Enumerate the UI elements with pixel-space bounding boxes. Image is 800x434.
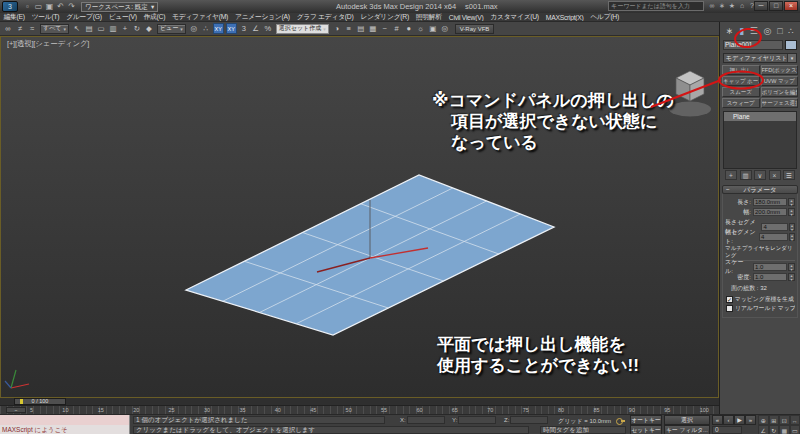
parameters-rollout-header[interactable]: − パラメータ bbox=[722, 185, 798, 194]
select-and-link-icon[interactable]: ∞ bbox=[2, 23, 14, 35]
real-world-map-size-checkbox[interactable]: リアルワールド マップ サイズ bbox=[725, 304, 795, 313]
material-editor-icon[interactable]: ● bbox=[403, 23, 415, 35]
pin-stack-icon[interactable]: + bbox=[725, 170, 737, 180]
graphite-ribbon-icon[interactable]: ▦ bbox=[367, 23, 379, 35]
spinner-arrows[interactable]: ▴▾ bbox=[788, 198, 795, 206]
auto-key-button[interactable]: オートキー bbox=[630, 415, 662, 425]
curve-editor-icon[interactable]: ~ bbox=[379, 23, 391, 35]
z-coordinate-field[interactable]: Z: bbox=[504, 416, 548, 424]
menu-item[interactable]: 照明解析 bbox=[412, 13, 445, 22]
window-crossing-icon[interactable]: ▥ bbox=[107, 23, 119, 35]
menu-item[interactable]: 編集(E) bbox=[0, 13, 28, 22]
workspace-dropdown[interactable]: ワークスペース: 既定 ▾ bbox=[81, 2, 158, 12]
menu-item[interactable]: Civil View(V) bbox=[445, 14, 487, 21]
menu-item[interactable]: 作成(C) bbox=[140, 13, 169, 22]
maxscript-mini-listener[interactable]: MAXScript にようこそ bbox=[0, 425, 130, 434]
use-pivot-point-icon[interactable]: ◎ bbox=[188, 23, 200, 35]
axis-constraint-xz-icon[interactable]: XY bbox=[226, 23, 237, 34]
object-color-swatch[interactable] bbox=[785, 40, 797, 50]
go-to-end-icon[interactable]: » bbox=[745, 415, 756, 425]
menu-item[interactable]: MAXScript(X) bbox=[542, 14, 587, 21]
new-scene-icon[interactable]: ▫ bbox=[22, 2, 33, 11]
modifier-button[interactable]: サーフェス選択 bbox=[761, 98, 799, 108]
configure-modifier-sets-icon[interactable]: ☰ bbox=[783, 170, 795, 180]
maximize-viewport-icon[interactable]: ▦ bbox=[779, 425, 790, 434]
rectangular-selection-region-icon[interactable]: ▭ bbox=[95, 23, 107, 35]
play-animation-icon[interactable]: ▶ bbox=[734, 415, 745, 425]
make-unique-icon[interactable]: ∨ bbox=[754, 170, 766, 180]
add-time-tag[interactable]: 時間タグを追加 bbox=[540, 426, 626, 434]
zoom-extents-icon[interactable]: ⊡ bbox=[779, 415, 790, 425]
open-file-icon[interactable]: ▭ bbox=[33, 2, 44, 11]
angle-snap-icon[interactable]: ∠ bbox=[250, 23, 262, 35]
selection-filter-dropdown[interactable]: すべて ▾ bbox=[40, 24, 69, 34]
menu-item[interactable]: ビュー(V) bbox=[105, 13, 140, 22]
bind-to-space-warp-icon[interactable]: ≈ bbox=[26, 23, 38, 35]
modifier-list-dropdown[interactable]: モディファイヤリスト ▾ bbox=[723, 53, 797, 63]
time-slider-track[interactable]: 0 / 100 bbox=[0, 398, 719, 406]
utilities-tab-icon[interactable]: ∴ bbox=[788, 26, 794, 36]
mini-curve-editor-button[interactable]: ~ bbox=[6, 407, 26, 413]
zoom-region-icon[interactable]: ▭ bbox=[790, 425, 800, 434]
spinner-arrows[interactable]: ▴▾ bbox=[788, 273, 795, 281]
menu-item[interactable]: グラフ エディタ(D) bbox=[293, 13, 357, 22]
length-segs-field[interactable]: 4 bbox=[761, 223, 788, 231]
track-bar[interactable]: ~ 51015202530354045505560657075808590951… bbox=[0, 406, 719, 414]
object-name-field[interactable]: Plane001 bbox=[723, 40, 783, 50]
menu-item[interactable]: モディファイヤ(M) bbox=[169, 13, 232, 22]
previous-frame-icon[interactable]: ‹ bbox=[723, 415, 734, 425]
favorites-star-icon[interactable]: ★ bbox=[727, 2, 737, 10]
zoom-all-icon[interactable]: ⊞ bbox=[769, 415, 780, 425]
menu-item[interactable]: ヘルプ(H) bbox=[587, 13, 623, 22]
schematic-view-icon[interactable]: # bbox=[391, 23, 403, 35]
perspective-viewport[interactable]: [+][透視][シェーディング] ※コマンドパネルの押し出しの 項目が選択できな… bbox=[0, 36, 719, 398]
select-by-name-icon[interactable]: ▤ bbox=[83, 23, 95, 35]
menu-item[interactable]: アニメーション(A) bbox=[232, 13, 294, 22]
y-coordinate-field[interactable]: Y: bbox=[452, 416, 496, 424]
spinner-arrows[interactable]: ▴▾ bbox=[789, 233, 795, 241]
go-to-start-icon[interactable]: « bbox=[712, 415, 723, 425]
time-slider-handle[interactable]: 0 / 100 bbox=[14, 398, 66, 405]
menu-item[interactable]: グループ(G) bbox=[63, 13, 105, 22]
zoom-icon[interactable]: ⊕ bbox=[758, 415, 769, 425]
modifier-button[interactable]: スムーズ bbox=[722, 87, 760, 97]
modifier-button[interactable]: スウィープ bbox=[722, 98, 760, 108]
selected-filter-dropdown[interactable]: 選択 bbox=[664, 415, 710, 425]
mirror-icon[interactable]: ◑ bbox=[331, 23, 343, 35]
save-file-icon[interactable]: ▣ bbox=[44, 2, 55, 11]
binoculars-search-icon[interactable]: ∞ bbox=[707, 2, 717, 10]
sign-in-icon[interactable]: ⌂ bbox=[737, 2, 747, 10]
modifier-button[interactable]: FFD(ボックス) bbox=[761, 65, 799, 75]
rendered-frame-window-icon[interactable]: ▣ bbox=[427, 23, 439, 35]
display-tab-icon[interactable]: □ bbox=[777, 26, 782, 36]
length-field[interactable]: 180.0mm bbox=[753, 198, 787, 206]
set-key-button[interactable]: セットキー bbox=[630, 425, 662, 434]
current-frame-field[interactable]: 0 bbox=[712, 426, 742, 434]
max-logo-icon[interactable]: 3 bbox=[2, 1, 18, 12]
menu-item[interactable]: ツール(T) bbox=[28, 13, 63, 22]
select-and-move-icon[interactable]: + bbox=[119, 23, 131, 35]
create-tab-icon[interactable]: ∗ bbox=[726, 26, 734, 36]
snap-toggle-3d-icon[interactable]: 3 bbox=[238, 23, 250, 35]
viewport-label[interactable]: [+][透視][シェーディング] bbox=[7, 39, 89, 49]
infocenter-search-input[interactable]: キーワードまたは語句を入力 bbox=[608, 1, 704, 11]
pan-view-icon[interactable]: ↔ bbox=[790, 415, 800, 425]
close-button[interactable]: × bbox=[784, 1, 798, 11]
key-filters-button[interactable]: キー フィルタ... bbox=[664, 425, 710, 434]
stack-item-plane[interactable]: Plane bbox=[724, 112, 796, 121]
width-segs-field[interactable]: 4 bbox=[759, 233, 788, 241]
align-icon[interactable]: ≡ bbox=[343, 23, 355, 35]
select-and-manipulate-icon[interactable]: ∴ bbox=[200, 23, 212, 35]
axis-constraint-xy-icon[interactable]: XY bbox=[213, 23, 224, 34]
viewcube[interactable] bbox=[669, 71, 711, 117]
modifier-button[interactable]: UVW マップ bbox=[761, 76, 799, 86]
menu-item[interactable]: カスタマイズ(U) bbox=[487, 13, 542, 22]
maximize-button[interactable]: □ bbox=[769, 1, 783, 11]
unlink-selection-icon[interactable]: ≠ bbox=[14, 23, 26, 35]
modifier-button[interactable]: 押し出し bbox=[722, 65, 760, 75]
render-setup-icon[interactable]: ☼ bbox=[415, 23, 427, 35]
show-end-result-icon[interactable]: ▥ bbox=[740, 170, 752, 180]
minimize-button[interactable]: ─ bbox=[754, 1, 768, 11]
layer-manager-icon[interactable]: ▤ bbox=[355, 23, 367, 35]
maxscript-macro-recorder[interactable] bbox=[0, 415, 130, 425]
